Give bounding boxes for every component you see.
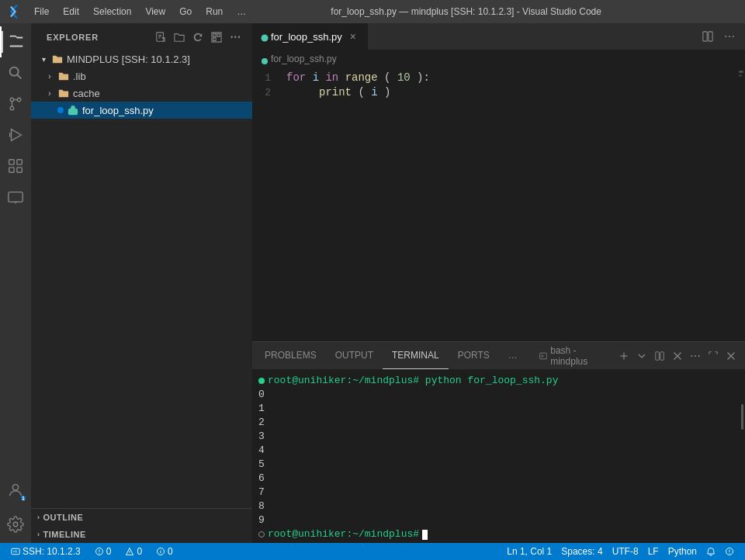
terminal-output-7: 7 [258,486,739,500]
activity-run-debug[interactable] [0,119,31,150]
prompt-text-2: root@unihiker:~/mindplus# [268,527,419,541]
activity-extensions[interactable] [0,150,31,181]
panel-tab-actions: bash - mindplus [527,345,745,367]
tree-item-root[interactable]: ▾ MINDPLUS [SSH: 10.1.2.3] [31,50,252,67]
tab-for-loop-ssh[interactable]: for_loop_ssh.py × [252,23,368,50]
more-actions-button[interactable]: ⋯ [227,29,243,45]
menu-go[interactable]: Go [173,5,198,19]
status-info[interactable]: 0 [151,543,178,560]
close-panel-button[interactable] [724,347,739,365]
svg-point-20 [12,485,18,490]
breadcrumb-path: for_loop_ssh.py [271,54,337,64]
tab-ports[interactable]: PORTS [449,342,499,369]
status-bell[interactable] [702,543,720,560]
status-info-count: 0 [168,546,173,557]
tab-bar-actions: ⋯ [692,23,745,50]
tab-more[interactable]: … [499,342,527,369]
status-notifications[interactable] [720,543,739,560]
tab-terminal[interactable]: TERMINAL [383,342,449,369]
timeline-panel-header[interactable]: › TIMELINE [31,526,252,543]
folder-icon [57,87,70,99]
status-bar: SSH: 10.1.2.3 0 0 0 Ln 1, Col 1 Spaces: … [0,543,745,560]
restore-button[interactable] [695,7,708,16]
terminal-dropdown-button[interactable] [634,347,649,365]
tab-problems[interactable]: PROBLEMS [255,342,326,369]
terminal-output-0: 0 [258,388,739,402]
code-content-2: print ( i ) [283,85,737,100]
activity-bar: 1 [0,23,31,543]
menu-run[interactable]: Run [199,5,229,19]
activity-remote-explorer[interactable] [0,181,31,213]
status-warnings[interactable]: 0 [120,543,147,560]
split-terminal-button[interactable] [652,347,667,365]
menu-file[interactable]: File [28,5,55,19]
menu-edit[interactable]: Edit [57,5,85,19]
more-terminal-actions[interactable]: ⋯ [688,347,703,365]
collapse-all-button[interactable] [209,29,224,45]
terminal-active-prompt[interactable]: root@unihiker:~/mindplus# [258,527,739,541]
svg-point-10 [10,98,14,102]
new-terminal-button[interactable] [616,347,631,365]
new-file-button[interactable] [153,29,168,45]
chevron-right-icon: › [37,513,40,521]
tree-item-cache[interactable]: › cache [31,85,252,102]
timeline-label: TIMELINE [43,530,86,539]
status-right: Ln 1, Col 1 Spaces: 4 UTF-8 LF Python [502,543,739,560]
code-line-1: 1 for i in range ( 10 ): [252,71,737,85]
tree-item-file[interactable]: › for_loop_ssh.py [31,102,252,119]
file-tree: ▾ MINDPLUS [SSH: 10.1.2.3] › .lib › [31,50,252,508]
status-eol[interactable]: LF [643,543,664,560]
terminal-output-3: 3 [258,430,739,444]
minimize-button[interactable] [680,7,692,16]
refresh-explorer-button[interactable] [190,29,206,45]
activity-account[interactable]: 1 [0,475,31,506]
terminal-output[interactable]: root@unihiker:~/mindplus# python for_loo… [252,369,745,543]
more-tab-actions[interactable]: ⋯ [720,27,739,46]
outline-label: OUTLINE [43,513,84,522]
status-ssh-label: SSH: 10.1.2.3 [23,546,81,557]
status-errors[interactable]: 0 [90,543,116,560]
activity-explorer[interactable] [0,26,31,57]
tree-item-lib[interactable]: › .lib [31,67,252,85]
svg-rect-14 [17,160,22,164]
close-button[interactable] [726,7,739,16]
tab-close-button[interactable]: × [347,30,359,43]
status-language[interactable]: Python [664,543,702,560]
chevron-right-icon: › [37,531,40,538]
tree-root-label: MINDPLUS [SSH: 10.1.2.3] [67,54,190,65]
outline-panel-header[interactable]: › OUTLINE [31,509,252,526]
new-folder-button[interactable] [172,29,187,45]
status-ssh[interactable]: SSH: 10.1.2.3 [6,543,85,560]
tab-output[interactable]: OUTPUT [326,342,383,369]
prompt-indicator-green [258,378,265,384]
terminal-output-6: 6 [258,472,739,486]
terminal-output-5: 5 [258,458,739,472]
maximize-button[interactable] [711,7,723,16]
maximize-panel-button[interactable] [706,347,721,365]
terminal-output-2: 2 [258,416,739,430]
activity-search[interactable] [0,57,31,88]
kill-terminal-button[interactable] [670,347,685,365]
prompt-indicator-grey [258,531,265,538]
status-warning-count: 0 [137,546,142,557]
menu-view[interactable]: View [139,5,172,19]
line-number-1: 1 [252,71,283,85]
breadcrumb: for_loop_ssh.py [252,50,745,67]
prompt-text-1: root@unihiker:~/mindplus# python for_loo… [268,374,558,388]
menu-more[interactable]: … [230,5,252,19]
tab-bar: for_loop_ssh.py × ⋯ [252,23,745,50]
status-indentation[interactable]: Spaces: 4 [556,543,607,560]
code-editor[interactable]: 1 for i in range ( 10 ): [252,67,737,341]
svg-point-21 [13,522,18,527]
terminal-output-9: 9 [258,513,739,527]
activity-settings[interactable] [0,509,31,540]
status-cursor-position[interactable]: Ln 1, Col 1 [502,543,556,560]
code-content-1: for i in range ( 10 ): [283,71,737,85]
window-controls [680,7,739,16]
split-editor-button[interactable] [698,27,717,46]
status-encoding[interactable]: UTF-8 [608,543,643,560]
chevron-down-icon: ▾ [37,53,50,65]
menu-selection[interactable]: Selection [87,5,137,19]
svg-point-28 [262,35,269,42]
activity-source-control[interactable] [0,88,31,119]
